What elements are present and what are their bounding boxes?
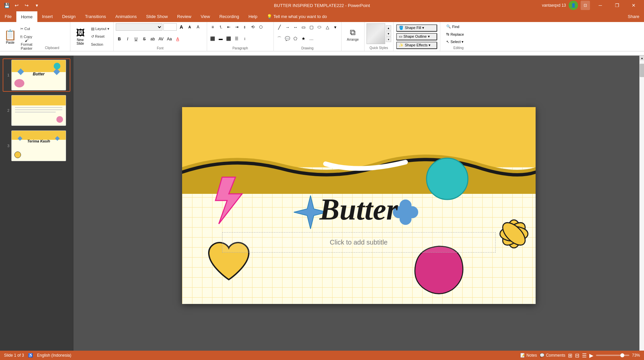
more-shapes-button[interactable]: … xyxy=(308,35,315,42)
find-button[interactable]: 🔍 Find xyxy=(444,23,474,30)
align-left-button[interactable]: ⬛ xyxy=(209,35,216,42)
shapes-more-button[interactable]: ▾ xyxy=(332,23,339,31)
scroll-thumb[interactable] xyxy=(640,64,644,77)
tab-file[interactable]: File xyxy=(0,11,16,22)
restore-button[interactable]: ❐ xyxy=(609,0,625,11)
tab-review[interactable]: Review xyxy=(172,11,196,22)
arrange-button[interactable]: ⧉ Arrange xyxy=(344,23,362,45)
tab-view[interactable]: View xyxy=(196,11,215,22)
decrease-font-size-button[interactable]: A xyxy=(186,23,193,31)
slide-sorter-button[interactable]: ⊟ xyxy=(575,352,579,359)
double-arrow-button[interactable]: ↔ xyxy=(292,23,299,31)
clear-formatting-button[interactable]: A xyxy=(194,23,202,31)
change-case-button[interactable]: Aa xyxy=(166,35,173,43)
bold-button[interactable]: B xyxy=(116,35,123,43)
normal-view-button[interactable]: ⊞ xyxy=(568,352,572,359)
triangle-button[interactable]: △ xyxy=(324,23,331,31)
star-button[interactable]: ★ xyxy=(300,35,307,42)
callout-button[interactable]: 💬 xyxy=(284,35,291,42)
font-size-input[interactable] xyxy=(163,23,177,31)
quick-styles-up-button[interactable]: ▲ xyxy=(386,25,391,31)
maximize-restore-button[interactable]: ⊡ xyxy=(581,1,590,10)
paste-button[interactable]: 📋 Paste xyxy=(3,23,18,50)
columns-button[interactable]: ⫾ xyxy=(241,23,248,31)
scroll-track[interactable] xyxy=(640,60,644,350)
decrease-indent-button[interactable]: ⇤ xyxy=(225,23,232,31)
undo-button[interactable]: ↩ xyxy=(13,1,21,9)
save-button[interactable]: 💾 xyxy=(3,1,11,9)
font-name-select[interactable] xyxy=(116,23,162,31)
scroll-up-button[interactable]: ▲ xyxy=(640,56,644,60)
strikethrough-button[interactable]: S xyxy=(141,35,148,43)
line-shape-button[interactable]: ╱ xyxy=(276,23,283,31)
text-shadow-button[interactable]: ab xyxy=(149,35,156,43)
slide-thumb-2[interactable]: 2 xyxy=(3,94,70,127)
layout-button[interactable]: ▤ Layout ▾ xyxy=(89,25,111,33)
quick-styles-expand-button[interactable]: ▾ xyxy=(386,37,391,42)
minimize-button[interactable]: ─ xyxy=(593,0,608,11)
tell-me-input[interactable]: 💡 Tell me what you want to do xyxy=(262,11,332,22)
tab-home[interactable]: Home xyxy=(16,11,37,22)
user-avatar[interactable]: 👤 xyxy=(569,1,578,10)
italic-button[interactable]: I xyxy=(124,35,131,43)
font-row2: B I U S ab AV Aa A xyxy=(116,35,205,43)
slide-thumb-1[interactable]: 1 Butter xyxy=(3,58,70,92)
bullets-button[interactable]: ≡ xyxy=(209,23,216,31)
canvas-area[interactable]: Butter Click to add subtitle ▲ xyxy=(73,56,644,355)
slide-thumb-3[interactable]: 3 Terima Kasih xyxy=(3,129,70,162)
format-painter-button[interactable]: 🖌 Format Painter xyxy=(18,41,35,48)
underline-button[interactable]: U xyxy=(132,35,140,43)
tab-slideshow[interactable]: Slide Show xyxy=(141,11,172,22)
char-spacing-button[interactable]: AV xyxy=(157,35,165,43)
increase-font-size-button[interactable]: A xyxy=(178,23,185,31)
accessibility-icon[interactable]: ♿ xyxy=(28,353,33,358)
text-direction-button[interactable]: ⟲ xyxy=(249,23,256,31)
line-spacing-button[interactable]: ↕ xyxy=(241,35,248,42)
shape-effects-button[interactable]: ✨ Shape Effects ▾ xyxy=(396,42,437,49)
quick-styles-arrows: ▲ ▼ ▾ xyxy=(386,25,391,42)
share-button[interactable]: Share xyxy=(623,11,644,22)
tab-help[interactable]: Help xyxy=(244,11,262,22)
rounded-rect-button[interactable]: ▢ xyxy=(308,23,315,31)
new-slide-button[interactable]: 🖼 New Slide xyxy=(72,23,88,50)
subtitle-box[interactable]: Click to add subtitle xyxy=(222,232,496,253)
pentagon-button[interactable]: ⬠ xyxy=(292,35,299,42)
comments-button[interactable]: 💬 Comments xyxy=(540,353,565,358)
tab-recording[interactable]: Recording xyxy=(215,11,244,22)
numbering-button[interactable]: ⒈ xyxy=(217,23,224,31)
tab-transitions[interactable]: Transitions xyxy=(80,11,111,22)
reset-button[interactable]: ↺ Reset xyxy=(89,33,111,40)
shape-fill-button[interactable]: 🪣 Shape Fill ▾ xyxy=(396,24,437,32)
tab-animations[interactable]: Animations xyxy=(111,11,141,22)
oval-button[interactable]: ⬭ xyxy=(316,23,323,31)
slide-canvas[interactable]: Butter Click to add subtitle xyxy=(182,107,536,304)
arrange-group: ⧉ Arrange xyxy=(342,22,365,51)
replace-button[interactable]: ⇆ Replace xyxy=(444,31,474,38)
select-button[interactable]: ↖ Select ▾ xyxy=(444,38,474,45)
shapes-row1: ╱ → ↔ ▭ ▢ ⬭ △ ▾ xyxy=(276,23,339,31)
freeform-button[interactable]: ⌒ xyxy=(276,35,283,42)
section-button[interactable]: Section xyxy=(89,41,111,48)
convert-to-smartart-button[interactable]: ⬡ xyxy=(257,23,264,31)
align-right-button[interactable]: ⬛ xyxy=(225,35,232,42)
quick-styles-preview[interactable] xyxy=(367,23,385,44)
redo-button[interactable]: ↪ xyxy=(23,1,31,9)
cut-button[interactable]: ✂ Cut xyxy=(18,25,35,33)
increase-indent-button[interactable]: ⇥ xyxy=(233,23,240,31)
arrow-shape-button[interactable]: → xyxy=(284,23,291,31)
zoom-slider[interactable] xyxy=(596,355,629,356)
reading-view-button[interactable]: ☰ xyxy=(582,352,587,359)
customize-quick-access-button[interactable]: ▾ xyxy=(33,1,41,9)
notes-button[interactable]: 📝 Notes xyxy=(520,353,537,358)
rectangle-button[interactable]: ▭ xyxy=(300,23,307,31)
close-button[interactable]: ✕ xyxy=(626,0,641,11)
slide-show-button[interactable]: ▶ xyxy=(589,352,593,359)
tab-design[interactable]: Design xyxy=(57,11,80,22)
font-color-button[interactable]: A xyxy=(174,35,181,43)
quick-styles-down-button[interactable]: ▼ xyxy=(386,31,391,36)
shape-outline-button[interactable]: ▭ Shape Outline ▾ xyxy=(396,33,437,40)
slide-title[interactable]: Butter xyxy=(182,192,536,227)
tab-insert[interactable]: Insert xyxy=(37,11,58,22)
justify-button[interactable]: ☰ xyxy=(233,35,240,42)
align-center-button[interactable]: ▬ xyxy=(217,35,224,42)
